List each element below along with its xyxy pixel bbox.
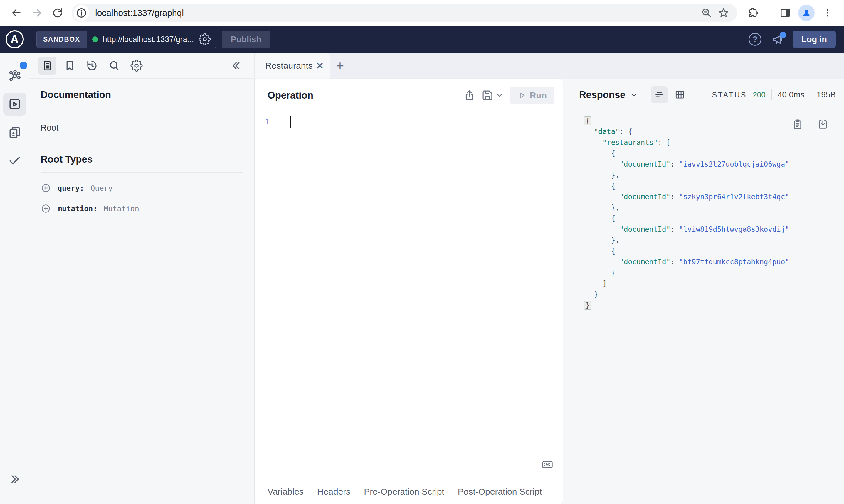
zoom-out-page-icon[interactable] xyxy=(699,5,714,20)
indent-guide xyxy=(586,192,594,202)
align-lines-icon xyxy=(654,89,665,100)
tab-close-icon[interactable]: ✕ xyxy=(316,59,324,72)
side-panel-button[interactable] xyxy=(776,4,794,22)
chevron-down-icon[interactable] xyxy=(496,92,503,99)
rail-expand-button[interactable] xyxy=(3,468,26,490)
save-button[interactable] xyxy=(479,87,496,104)
download-response-button[interactable] xyxy=(815,116,831,132)
indent-guide xyxy=(594,181,603,192)
footer-tab-post-operation-script[interactable]: Post-Operation Script xyxy=(458,487,542,497)
indent-guide xyxy=(586,181,594,192)
indent-guide xyxy=(603,257,611,268)
response-view-json-button[interactable] xyxy=(651,86,668,103)
indent-guide xyxy=(594,278,603,289)
indent-guide xyxy=(586,202,594,213)
login-button[interactable]: Log in xyxy=(793,31,836,48)
response-panel: Response STATUS 200 40.0ms xyxy=(573,78,844,504)
tool-documentation[interactable] xyxy=(38,57,56,75)
json-punctuation: }, xyxy=(611,203,620,212)
endpoint-settings-icon[interactable] xyxy=(199,33,211,46)
checkmark-icon xyxy=(7,153,22,168)
sidebar-collapse-button[interactable] xyxy=(227,57,245,75)
side-panel-icon xyxy=(779,7,791,19)
response-json[interactable]: {"data": {"restaurants": [{"documentId":… xyxy=(586,115,836,311)
double-chevron-right-icon xyxy=(8,473,21,486)
announcements-button[interactable] xyxy=(770,31,786,48)
url-bar[interactable]: localhost:1337/graphql xyxy=(72,3,737,22)
gear-icon xyxy=(131,59,143,72)
operation-editor[interactable]: 1 xyxy=(255,110,563,479)
tab-restaurants[interactable]: Restaurants ✕ xyxy=(255,53,330,78)
keyboard-shortcuts-icon[interactable] xyxy=(541,458,554,471)
json-line: { xyxy=(586,148,836,159)
logo-letter: A xyxy=(11,33,18,46)
indent-guide xyxy=(611,192,620,202)
tab-label[interactable]: Restaurants xyxy=(265,61,313,71)
root-type-query-row[interactable]: query: Query xyxy=(40,183,243,193)
schema-notification-dot xyxy=(20,61,27,69)
browser-menu-button[interactable] xyxy=(819,4,837,22)
json-punctuation: : xyxy=(670,193,679,201)
footer-tab-pre-operation-script[interactable]: Pre-Operation Script xyxy=(364,487,444,497)
indent-guide xyxy=(594,235,603,246)
json-line: { xyxy=(586,246,836,257)
json-line: "documentId": "iavv1s2l27uoblqcjai06wga" xyxy=(586,159,836,170)
share-operation-button[interactable] xyxy=(461,87,478,104)
browser-reload-button[interactable] xyxy=(49,4,66,22)
save-floppy-icon xyxy=(481,89,494,102)
help-button[interactable]: ? xyxy=(747,31,763,48)
operation-header: Operation Run xyxy=(255,78,563,110)
panel-splitter[interactable] xyxy=(563,78,573,504)
root-type-name[interactable]: Mutation xyxy=(104,204,139,213)
bookmark-star-icon[interactable] xyxy=(716,5,731,20)
response-view-table-button[interactable] xyxy=(671,86,688,103)
indent-guide xyxy=(586,224,594,235)
tool-bookmarks[interactable] xyxy=(61,57,79,75)
indent-guide xyxy=(603,268,611,278)
rail-item-changelog[interactable] xyxy=(3,121,26,144)
tool-search[interactable] xyxy=(105,57,123,75)
play-icon xyxy=(517,91,526,100)
url-text[interactable]: localhost:1337/graphql xyxy=(95,8,697,18)
indent-guide xyxy=(586,289,594,300)
extensions-button[interactable] xyxy=(744,4,762,22)
browser-back-button[interactable] xyxy=(7,4,25,22)
doc-root-item[interactable]: Root xyxy=(40,123,243,132)
history-clock-icon xyxy=(86,59,98,72)
apollo-logo-box[interactable]: A xyxy=(0,26,29,53)
circle-plus-icon[interactable] xyxy=(40,183,51,193)
rail-item-schema[interactable] xyxy=(3,65,26,87)
indent-guide xyxy=(586,235,594,246)
tool-history[interactable] xyxy=(83,57,101,75)
diff-docs-icon xyxy=(7,125,22,140)
endpoint-url-box[interactable]: http://localhost:1337/gra... xyxy=(87,31,217,48)
json-line: "documentId": "bf97tfdumkcc8ptahkng4puo" xyxy=(586,257,836,268)
footer-tabs: VariablesHeadersPre-Operation ScriptPost… xyxy=(268,487,542,497)
site-info-button[interactable] xyxy=(73,5,89,21)
profile-avatar[interactable] xyxy=(798,5,815,21)
rail-item-explorer[interactable] xyxy=(3,93,26,115)
endpoint-url[interactable]: http://localhost:1337/gra... xyxy=(103,35,194,44)
response-chevron-down-icon[interactable] xyxy=(630,90,638,99)
response-title: Response xyxy=(579,89,625,100)
save-operation-group[interactable] xyxy=(479,87,503,104)
json-punctuation: : xyxy=(670,160,679,168)
tool-settings[interactable] xyxy=(127,57,146,75)
root-type-field[interactable]: query: xyxy=(57,184,84,193)
publish-button[interactable]: Publish xyxy=(222,31,270,48)
new-tab-button[interactable]: + xyxy=(330,53,350,78)
json-punctuation: } xyxy=(594,290,598,299)
run-button[interactable]: Run xyxy=(510,87,554,104)
copy-response-button[interactable] xyxy=(789,116,806,132)
root-type-name[interactable]: Query xyxy=(90,184,113,193)
circle-plus-icon[interactable] xyxy=(40,203,51,214)
rail-item-checks[interactable] xyxy=(3,149,26,172)
root-type-mutation-row[interactable]: mutation: Mutation xyxy=(40,203,243,214)
browser-forward-button[interactable] xyxy=(28,4,46,22)
indent-guide xyxy=(594,213,603,224)
root-type-field[interactable]: mutation: xyxy=(57,204,97,213)
footer-tab-variables[interactable]: Variables xyxy=(268,487,304,497)
person-icon xyxy=(800,7,812,19)
documentation-title: Documentation xyxy=(40,89,243,100)
footer-tab-headers[interactable]: Headers xyxy=(317,487,350,497)
